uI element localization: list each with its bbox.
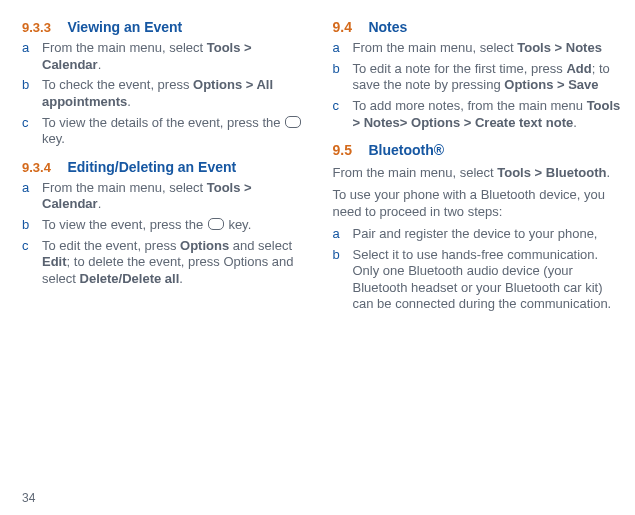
section-number: 9.3.4 xyxy=(22,160,51,175)
section-number: 9.3.3 xyxy=(22,20,51,35)
list-item: To edit the event, press Options and sel… xyxy=(22,238,311,288)
manual-page: 9.3.3 Viewing an Event From the main men… xyxy=(0,0,635,515)
section-title: Viewing an Event xyxy=(67,19,182,35)
step-list: From the main menu, select Tools > Notes… xyxy=(333,40,622,131)
list-item: Pair and register the device to your pho… xyxy=(333,226,622,243)
step-list: Pair and register the device to your pho… xyxy=(333,226,622,313)
section-heading: 9.5 Bluetooth® xyxy=(333,141,622,159)
section-number: 9.5 xyxy=(333,142,352,158)
list-item: To check the event, press Options > All … xyxy=(22,77,311,110)
column-right: 9.4 Notes From the main menu, select Too… xyxy=(333,14,622,501)
list-item: To add more notes, from the main menu To… xyxy=(333,98,622,131)
section-title: Bluetooth® xyxy=(368,142,444,158)
section-title: Notes xyxy=(368,19,407,35)
section-title: Editing/Deleting an Event xyxy=(67,159,236,175)
section-heading: 9.4 Notes xyxy=(333,18,622,36)
step-list: From the main menu, select Tools > Calen… xyxy=(22,180,311,288)
section-number: 9.4 xyxy=(333,19,352,35)
paragraph: To use your phone with a Bluetooth devic… xyxy=(333,187,622,220)
two-column-layout: 9.3.3 Viewing an Event From the main men… xyxy=(22,14,621,501)
list-item: From the main menu, select Tools > Calen… xyxy=(22,40,311,73)
section-heading: 9.3.4 Editing/Deleting an Event xyxy=(22,158,311,176)
list-item: From the main menu, select Tools > Notes xyxy=(333,40,622,57)
nav-key-icon xyxy=(208,218,224,230)
list-item: To view the event, press the key. xyxy=(22,217,311,234)
column-left: 9.3.3 Viewing an Event From the main men… xyxy=(22,14,311,501)
list-item: To edit a note for the first time, press… xyxy=(333,61,622,94)
nav-key-icon xyxy=(285,116,301,128)
list-item: Select it to use hands-free communicatio… xyxy=(333,247,622,314)
paragraph: From the main menu, select Tools > Bluet… xyxy=(333,165,622,181)
page-number: 34 xyxy=(22,491,35,505)
section-heading: 9.3.3 Viewing an Event xyxy=(22,18,311,36)
step-list: From the main menu, select Tools > Calen… xyxy=(22,40,311,148)
list-item: From the main menu, select Tools > Calen… xyxy=(22,180,311,213)
list-item: To view the details of the event, press … xyxy=(22,115,311,148)
